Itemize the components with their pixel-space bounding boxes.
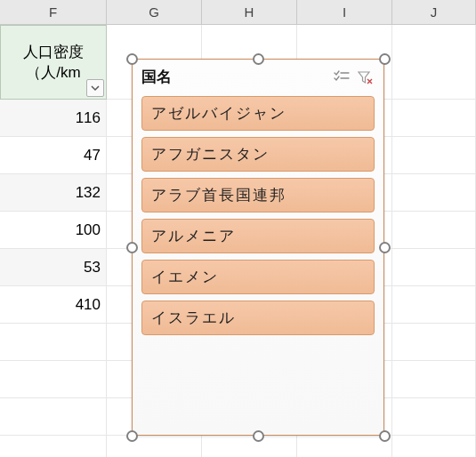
resize-handle-middle-left[interactable] bbox=[126, 242, 138, 253]
multi-select-icon[interactable] bbox=[332, 68, 351, 87]
column-header[interactable]: I bbox=[297, 0, 392, 24]
cell[interactable] bbox=[0, 398, 107, 436]
resize-handle-middle-right[interactable] bbox=[379, 242, 391, 253]
cell[interactable]: 410 bbox=[0, 286, 107, 324]
column-header[interactable]: F bbox=[0, 0, 107, 24]
cell[interactable]: 100 bbox=[0, 212, 107, 249]
slicer-title: 国名 bbox=[141, 67, 328, 87]
column-header[interactable]: H bbox=[202, 0, 297, 24]
cell[interactable]: 53 bbox=[0, 249, 107, 286]
filter-dropdown-button[interactable] bbox=[86, 79, 104, 97]
slicer: 国名 アゼルバイジャンアフガニスタンアラブ首長国連邦アルメニアイエメンイスラエル bbox=[132, 59, 384, 436]
resize-handle-top-middle[interactable] bbox=[253, 53, 264, 65]
slicer-item[interactable]: イエメン bbox=[141, 260, 375, 294]
resize-handle-top-left[interactable] bbox=[126, 53, 138, 65]
slicer-item[interactable]: アゼルバイジャン bbox=[141, 96, 375, 131]
cell[interactable] bbox=[392, 398, 476, 436]
header-line1: 人口密度 bbox=[23, 42, 84, 62]
cell[interactable] bbox=[392, 212, 476, 249]
cell[interactable] bbox=[0, 361, 107, 398]
cell[interactable] bbox=[0, 436, 107, 457]
column-header[interactable]: G bbox=[107, 0, 202, 24]
cell[interactable] bbox=[392, 137, 476, 174]
resize-handle-bottom-middle[interactable] bbox=[253, 430, 264, 442]
cell[interactable]: 132 bbox=[0, 174, 107, 212]
cell[interactable] bbox=[392, 324, 476, 361]
cell[interactable] bbox=[392, 286, 476, 324]
cell[interactable] bbox=[392, 100, 476, 137]
resize-handle-top-right[interactable] bbox=[379, 53, 391, 65]
cell[interactable] bbox=[392, 436, 476, 457]
cell[interactable]: 47 bbox=[0, 137, 107, 174]
column-headers: F G H I J bbox=[0, 0, 476, 25]
slicer-selection[interactable]: 国名 アゼルバイジャンアフガニスタンアラブ首長国連邦アルメニアイエメンイスラエル bbox=[125, 52, 391, 443]
column-header[interactable]: J bbox=[392, 0, 476, 24]
cell[interactable] bbox=[392, 174, 476, 212]
cell[interactable] bbox=[0, 324, 107, 361]
clear-filter-icon[interactable] bbox=[355, 68, 375, 87]
slicer-item[interactable]: アルメニア bbox=[141, 219, 375, 253]
table-header-cell[interactable]: 人口密度 （人/km bbox=[0, 25, 107, 100]
cell[interactable] bbox=[392, 25, 476, 100]
chevron-down-icon bbox=[91, 84, 100, 92]
slicer-item[interactable]: イスラエル bbox=[141, 301, 375, 335]
header-line2: （人/km bbox=[26, 62, 80, 83]
cell[interactable] bbox=[392, 249, 476, 286]
slicer-item[interactable]: アラブ首長国連邦 bbox=[141, 178, 375, 212]
resize-handle-bottom-left[interactable] bbox=[126, 430, 138, 442]
cell[interactable] bbox=[392, 361, 476, 398]
slicer-items: アゼルバイジャンアフガニスタンアラブ首長国連邦アルメニアイエメンイスラエル bbox=[133, 92, 383, 345]
slicer-item[interactable]: アフガニスタン bbox=[141, 137, 375, 172]
resize-handle-bottom-right[interactable] bbox=[379, 430, 391, 442]
cell[interactable]: 116 bbox=[0, 100, 107, 137]
